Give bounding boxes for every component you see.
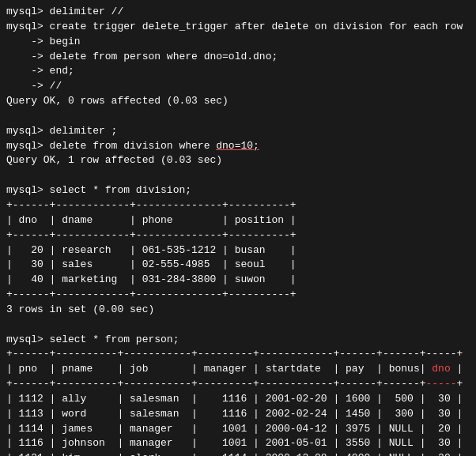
line-3: -> begin [6,35,470,50]
div-table-row-1: | 20 | research | 061-535-1212 | busan | [6,243,470,258]
line-2: mysql> create trigger delete_trigger aft… [6,20,470,35]
line-5: -> end; [6,64,470,79]
person-table-row-2: | 1113 | word | salesman | 1116 | 2002-0… [6,407,470,422]
person-table-row-5: | 1121 | kim | clerk | 1114 | 2000-12-08… [6,451,470,456]
div-table-row-2: | 30 | sales | 02-555-4985 | seoul | [6,258,470,273]
person-table-border-mid: +------+----------+-----------+---------… [6,377,470,392]
line-1: mysql> delimiter // [6,5,470,20]
person-table-row-3: | 1114 | james | manager | 1001 | 2000-0… [6,422,470,437]
div-table-header: | dno | dname | phone | position | [6,213,470,228]
line-23: mysql> select * from person; [6,333,470,348]
div-table-border-top: +------+------------+--------------+----… [6,198,470,213]
dno-border-underline: ----- [426,378,457,390]
terminal: mysql> delimiter // mysql> create trigge… [0,0,476,456]
line-blank-2 [6,168,470,183]
line-6: -> // [6,79,470,94]
person-table-border-top: +------+----------+-----------+---------… [6,347,470,362]
dno-header: dno [432,363,450,375]
line-10: mysql> delete from division where dno=10… [6,139,470,154]
line-7: Query OK, 0 rows affected (0.03 sec) [6,94,470,109]
line-blank-1 [6,109,470,124]
underline-dno: dno=10; [216,140,259,152]
line-9: mysql> delimiter ; [6,124,470,139]
person-table-header: | pno | pname | job | manager | startdat… [6,362,470,377]
line-13: mysql> select * from division; [6,183,470,198]
person-table-row-4: | 1116 | johnson | manager | 1001 | 2001… [6,436,470,451]
line-div-result: 3 rows in set (0.00 sec) [6,303,470,318]
person-table-row-1: | 1112 | ally | salesman | 1116 | 2001-0… [6,392,470,407]
div-table-border-mid: +------+------------+--------------+----… [6,228,470,243]
line-11: Query OK, 1 row affected (0.03 sec) [6,153,470,168]
line-4: -> delete from person where dno=old.dno; [6,50,470,65]
div-table-border-bot: +------+------------+--------------+----… [6,288,470,303]
div-table-row-3: | 40 | marketing | 031-284-3800 | suwon … [6,273,470,288]
line-blank-3 [6,318,470,333]
